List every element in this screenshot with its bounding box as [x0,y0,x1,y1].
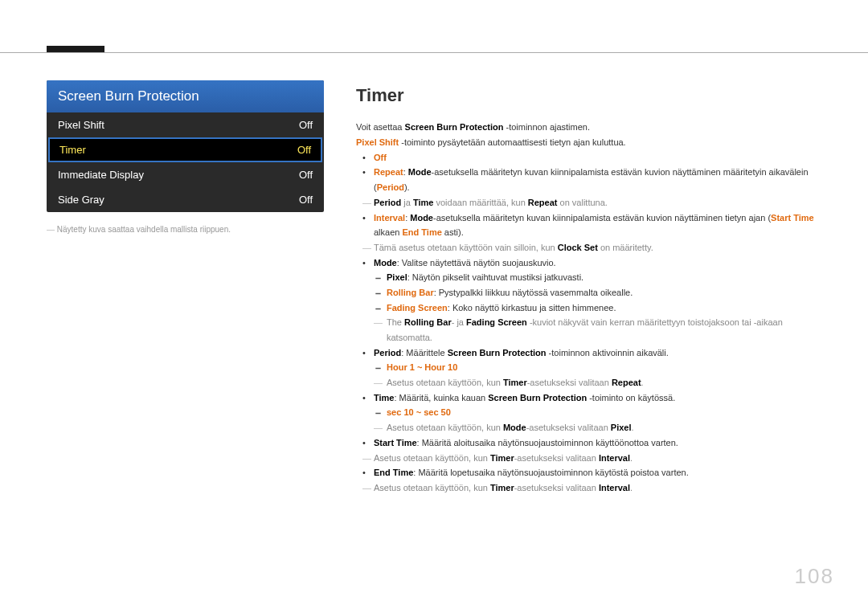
menu-row-label: Pixel Shift [58,119,104,131]
page-number: 108 [795,564,834,589]
accent-text: sec 10 ~ sec 50 [387,407,451,417]
bold-text: Pixel [387,272,407,282]
text: ja [401,198,413,207]
text: alkaen [374,227,402,237]
text: on valittuna. [558,198,608,207]
right-column: Timer Voit asettaa Screen Burn Protectio… [356,80,821,496]
bullet-start-time: Start Time: Määritä aloitusaika näytönsu… [356,435,821,451]
osd-menu: Screen Burn Protection Pixel Shift Off T… [47,80,324,212]
text: : Määritä lopetusaika näytönsuojaustoimi… [413,468,688,477]
text: Asetus otetaan käyttöön, kun [387,378,503,387]
bold-text: Interval [599,453,630,463]
menu-row-value: Off [299,119,313,131]
bullet-mode: Mode: Valitse näytettävä näytön suojausk… [356,255,821,271]
sub-period-range: Hour 1 ~ Hour 10 [356,360,821,375]
page-content: Screen Burn Protection Pixel Shift Off T… [47,80,821,496]
bold-text: Time [374,393,394,403]
bullet-repeat: Repeat: Mode-asetuksella määritetyn kuva… [356,165,821,194]
text: -asetukseksi valitaan [514,483,599,492]
header-accent-bar [47,46,104,52]
text: The [387,317,404,327]
text: -toiminto pysäytetään automaattisesti ti… [399,137,626,147]
text: -asetuksella määritetyn kuvan kiinnipala… [374,167,809,192]
note-repeat: Period ja Time voidaan määrittää, kun Re… [356,195,821,210]
note-mode: The Rolling Bar- ja Fading Screen -kuvio… [356,315,821,345]
bold-text: Fading Screen [466,317,527,327]
text: . [630,453,633,463]
bold-text: Clock Set [558,243,598,252]
text: -asetukseksi valitaan [527,378,612,387]
bold-text: Start Time [374,438,417,447]
menu-row-side-gray[interactable]: Side Gray Off [47,187,324,212]
bullet-interval: Interval: Mode-asetuksella määritetyn ku… [356,210,821,240]
text: Asetus otetaan käyttöön, kun [374,483,490,492]
left-column: Screen Burn Protection Pixel Shift Off T… [47,80,324,496]
bold-text: Period [374,348,401,358]
text: -asetukseksi valitaan [514,453,599,463]
note-start-time: Asetus otetaan käyttöön, kun Timer-asetu… [356,451,821,466]
text: . [632,423,634,432]
text: - ja [452,317,466,327]
accent-text: Repeat [374,167,403,177]
text: Asetus otetaan käyttöön, kun [374,453,490,463]
accent-text: Rolling Bar [387,288,434,297]
text: -asetuksella määritetyn kuvan kiinnipala… [433,213,771,223]
text: . [630,483,633,492]
section-title: Timer [356,80,821,110]
menu-row-value: Off [299,169,313,181]
text: : Määrittele [401,348,447,358]
bullet-end-time: End Time: Määritä lopetusaika näytönsuoj… [356,465,821,480]
text: : Pystypalkki liikkuu näytössä vasemmalt… [434,288,633,297]
sub-rolling-bar: Rolling Bar: Pystypalkki liikkuu näytöss… [356,285,821,300]
menu-row-label: Side Gray [58,194,104,206]
menu-row-timer[interactable]: Timer Off [48,137,322,162]
text: Voit asettaa [356,122,405,132]
menu-row-pixel-shift[interactable]: Pixel Shift Off [47,112,324,137]
accent-text: Pixel Shift [356,137,399,147]
bold-text: Time [413,198,433,207]
menu-title: Screen Burn Protection [47,80,324,112]
sub-fading-screen: Fading Screen: Koko näyttö kirkastuu ja … [356,300,821,316]
bold-text: Screen Burn Protection [405,122,504,132]
text: : Määritä aloitusaika näytönsuojaustoimi… [417,438,678,447]
accent-text: Start Time [771,213,814,223]
text: -toiminnon aktivoinnin aikaväli. [547,348,669,358]
text: -toiminto on käytössä. [587,393,675,403]
sub-pixel: Pixel: Näytön pikselit vaihtuvat mustiks… [356,270,821,285]
accent-text: Fading Screen [387,303,448,313]
menu-row-label: Immediate Display [58,169,144,181]
note-interval: Tämä asetus otetaan käyttöön vain silloi… [356,240,821,255]
note-time: Asetus otetaan käyttöön, kun Mode-asetuk… [356,420,821,435]
header-divider [0,52,868,53]
bold-text: Timer [490,453,514,463]
accent-text: Interval [374,213,405,223]
bold-text: Repeat [528,198,558,207]
bold-text: Mode [408,167,432,177]
bold-text: Timer [490,483,514,492]
accent-text: Period [377,182,404,192]
bold-text: Pixel [611,423,632,432]
bullet-off: Off [356,150,821,166]
menu-row-immediate-display[interactable]: Immediate Display Off [47,162,324,187]
bold-text: Mode [503,423,526,432]
menu-footnote: Näytetty kuva saattaa vaihdella mallista… [47,225,324,234]
text: : Määritä, kuinka kauan [394,393,488,403]
text: on määritetty. [598,243,653,252]
menu-row-label: Timer [59,144,86,156]
text: voidaan määrittää, kun [433,198,527,207]
bullet-period: Period: Määrittele Screen Burn Protectio… [356,345,821,361]
bold-text: Repeat [612,378,641,387]
accent-text: Hour 1 ~ Hour 10 [387,362,457,372]
bullet-list: Off Repeat: Mode-asetuksella määritetyn … [356,150,821,496]
note-period: Asetus otetaan käyttöön, kun Timer-asetu… [356,375,821,390]
intro-line-1: Voit asettaa Screen Burn Protection -toi… [356,120,821,135]
bold-text: Mode [374,258,397,268]
text: : Näytön pikselit vaihtuvat mustiksi jat… [407,272,583,282]
menu-row-value: Off [299,194,313,206]
bullet-time: Time: Määritä, kuinka kauan Screen Burn … [356,390,821,406]
text: ). [404,182,410,192]
sub-time-range: sec 10 ~ sec 50 [356,405,821,420]
text: : Koko näyttö kirkastuu ja sitten himmen… [448,303,616,313]
accent-text: End Time [402,227,441,237]
bold-text: Rolling Bar [404,317,452,327]
